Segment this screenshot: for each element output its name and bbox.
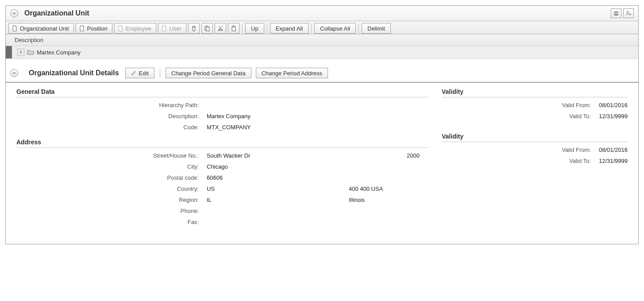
description-label: Description: [16, 113, 207, 120]
country-extra: 400 400 USA [349, 185, 428, 192]
city-value: Chicago [207, 163, 349, 170]
right-column: Validity Valid From: 08/01/2016 Valid To… [442, 88, 628, 233]
edit-button[interactable]: Edit [125, 68, 154, 78]
tree-expander[interactable] [17, 49, 24, 56]
postal-value: 60606 [207, 174, 349, 181]
details-collapse-toggle[interactable] [10, 69, 18, 77]
print-view-button[interactable] [611, 8, 621, 18]
toolbar-separator [267, 23, 267, 33]
svg-rect-10 [233, 26, 235, 27]
toolbar-separator [242, 23, 243, 33]
paste-button[interactable] [228, 23, 239, 34]
delete-button[interactable] [188, 23, 200, 34]
chevron-down-icon [12, 12, 16, 15]
code-label: Code: [16, 124, 207, 131]
region-label: Region: [16, 197, 207, 203]
new-document-icon [12, 25, 18, 31]
up-button[interactable]: Up [245, 23, 264, 34]
details-header: Organizational Unit Details Edit Change … [6, 59, 638, 83]
valid-to-label-general: Valid To: [442, 113, 599, 120]
pencil-icon [131, 70, 136, 76]
validity-address-title: Validity [442, 133, 628, 142]
panel-header: Organizational Unit [6, 6, 638, 21]
delimit-button[interactable]: Delimit [362, 23, 391, 34]
country-value: US [207, 185, 349, 192]
new-position-button[interactable]: Position [76, 23, 112, 34]
cut-button[interactable] [215, 23, 226, 34]
scissors-icon [217, 25, 224, 31]
tree-area: Description Martex Company [6, 34, 638, 59]
chevron-right-icon [19, 50, 23, 54]
folder-icon [27, 50, 34, 55]
svg-rect-1 [615, 12, 617, 13]
paste-icon [231, 25, 237, 31]
description-value: Martex Company [207, 113, 349, 120]
city-label: City: [16, 163, 207, 170]
change-period-general-button[interactable]: Change Period General Data [166, 68, 251, 78]
edit-label: Edit [139, 70, 149, 77]
panel-title: Organizational Unit [24, 9, 611, 17]
copy-icon [204, 25, 210, 31]
header-tools [611, 8, 634, 18]
region-extra: Illinois [349, 197, 428, 203]
house-no-value: 2000 [349, 152, 428, 159]
postal-label: Postal code: [16, 174, 207, 181]
new-employee-button: Employee [114, 23, 156, 34]
tree-node-label: Martex Company [37, 49, 81, 56]
collapse-all-label: Collapse All [320, 25, 350, 32]
code-value: MTX_COMPANY [207, 124, 349, 131]
new-document-icon [161, 25, 167, 31]
address-section: Address Street/House No.: South Wacker D… [16, 139, 428, 225]
collapse-toggle[interactable] [10, 9, 18, 17]
valid-to-label-address: Valid To: [442, 158, 599, 164]
fax-label: Fax: [16, 219, 207, 225]
expand-all-button[interactable]: Expand All [270, 23, 309, 34]
tree-row[interactable]: Martex Company [6, 46, 638, 59]
valid-from-label-address: Valid From: [442, 147, 599, 153]
country-label: Country: [16, 185, 207, 192]
personalize-button[interactable] [623, 8, 634, 18]
new-document-icon [79, 25, 85, 31]
toolbar-separator [160, 68, 160, 78]
valid-from-value-general: 08/01/2016 [599, 102, 628, 108]
change-period-address-button[interactable]: Change Period Address [256, 68, 328, 78]
validity-general-title: Validity [442, 88, 628, 97]
street-label: Street/House No.: [16, 152, 207, 159]
change-period-address-label: Change Period Address [262, 70, 322, 77]
trash-icon [191, 25, 197, 31]
new-position-label: Position [87, 25, 108, 32]
region-value: IL [207, 197, 349, 203]
street-value: South Wacker Dr [207, 152, 349, 159]
new-document-icon [117, 25, 123, 31]
copy-button[interactable] [201, 23, 213, 34]
validity-general-section: Validity Valid From: 08/01/2016 Valid To… [442, 88, 628, 120]
new-user-label: User [170, 25, 181, 32]
svg-point-3 [627, 11, 629, 13]
new-user-button: User [158, 23, 186, 34]
up-label: Up [251, 25, 258, 32]
general-data-section: General Data Hierarchy Path: Description… [16, 88, 428, 131]
details-title: Organizational Unit Details [29, 69, 119, 77]
hierarchy-path-label: Hierarchy Path: [16, 102, 207, 108]
address-title: Address [16, 139, 428, 148]
toolbar: Organizational Unit Position Employee Us… [6, 21, 638, 34]
valid-to-value-address: 12/31/9999 [599, 158, 628, 164]
phone-label: Phone: [16, 208, 207, 214]
new-org-unit-button[interactable]: Organizational Unit [8, 23, 74, 34]
new-org-unit-label: Organizational Unit [20, 25, 69, 32]
valid-from-label-general: Valid From: [442, 102, 599, 108]
expand-all-label: Expand All [276, 25, 303, 32]
toolbar-separator [311, 23, 312, 33]
org-unit-panel: Organizational Unit Organizational Unit … [5, 5, 639, 244]
new-employee-label: Employee [126, 25, 151, 32]
tree-column-header: Description [6, 35, 638, 46]
person-wrench-icon [625, 10, 632, 16]
change-period-general-label: Change Period General Data [171, 70, 246, 77]
selection-marker [6, 46, 12, 58]
delimit-label: Delimit [367, 25, 385, 32]
svg-rect-6 [206, 27, 209, 31]
general-data-title: General Data [16, 88, 428, 97]
chevron-down-icon [12, 71, 16, 75]
collapse-all-button[interactable]: Collapse All [314, 23, 356, 34]
toolbar-separator [359, 23, 359, 33]
